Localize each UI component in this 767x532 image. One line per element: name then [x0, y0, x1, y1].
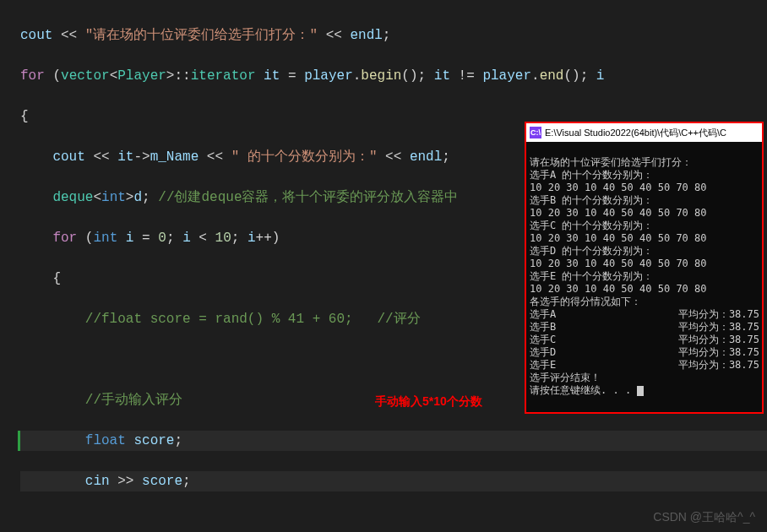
console-output: 请在场的十位评委们给选手们打分：选手A 的十个分数分别为：10 20 30 10… [526, 142, 762, 411]
code-line: for (vector<Player>::iterator it = playe… [20, 66, 767, 86]
red-annotation: 手动输入5*10个分数 [375, 391, 482, 411]
console-titlebar[interactable]: C:\ E:\Visual Studio2022(64bit)\代码\C++代码… [526, 123, 762, 142]
console-window: C:\ E:\Visual Studio2022(64bit)\代码\C++代码… [525, 122, 764, 414]
code-line: cout << "请在场的十位评委们给选手们打分：" << endl; [20, 25, 767, 46]
code-line: cin >> score; [20, 471, 767, 491]
code-line: float score; [18, 431, 767, 451]
console-title: E:\Visual Studio2022(64bit)\代码\C++代码\C [545, 127, 726, 139]
cursor-icon [637, 386, 644, 396]
console-icon: C:\ [530, 127, 541, 138]
watermark: CSDN @王哈哈^_^ [653, 510, 755, 525]
